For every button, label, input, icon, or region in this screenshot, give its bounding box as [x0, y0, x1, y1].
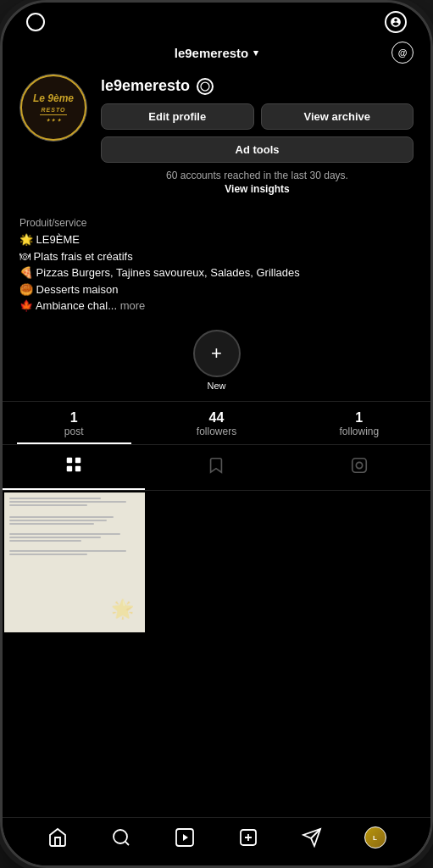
- reach-text: 60 accounts reached in the last 30 days.: [101, 170, 414, 181]
- svg-rect-3: [67, 465, 72, 470]
- bio-line-3: 🍕 Pizzas Burgers, Tajines savoureux, Sal…: [19, 264, 414, 281]
- edit-profile-button[interactable]: Edit profile: [101, 103, 254, 130]
- view-archive-button[interactable]: View archive: [261, 103, 414, 130]
- nav-new-post[interactable]: [216, 826, 280, 849]
- search-icon: [110, 826, 132, 849]
- followers-count: 44: [209, 410, 225, 426]
- profile-avatar-nav: L: [364, 826, 386, 849]
- header-username-text: le9emeresto: [175, 46, 249, 60]
- new-highlight[interactable]: + New: [19, 330, 414, 391]
- plus-icon: +: [211, 344, 222, 363]
- verified-icon: [197, 78, 214, 95]
- svg-point-6: [356, 462, 362, 468]
- username-row: le9emeresto: [101, 77, 414, 95]
- nav-home[interactable]: [26, 826, 90, 849]
- svg-rect-1: [67, 457, 72, 462]
- chevron-down-icon: ▾: [253, 47, 258, 58]
- nav-search[interactable]: [90, 826, 153, 849]
- home-icon: [47, 826, 69, 849]
- svg-rect-5: [353, 458, 367, 472]
- highlights-section: + New: [3, 323, 430, 401]
- nav-reels[interactable]: [153, 826, 217, 849]
- svg-point-7: [114, 830, 127, 843]
- new-highlight-circle: +: [193, 330, 241, 377]
- grid-item[interactable]: 🌟: [4, 492, 145, 633]
- profile-username: le9emeresto: [101, 77, 190, 95]
- svg-point-0: [201, 82, 209, 91]
- svg-line-8: [125, 842, 129, 845]
- new-post-icon: [237, 826, 259, 849]
- tab-tagged[interactable]: [288, 445, 430, 490]
- tab-bar: [3, 445, 430, 491]
- stat-posts[interactable]: 1 post: [3, 402, 145, 444]
- grid-tab-icon: [64, 455, 83, 478]
- followers-label: followers: [197, 426, 236, 437]
- nav-direct[interactable]: [280, 826, 343, 849]
- view-insights-link[interactable]: View insights: [101, 183, 414, 195]
- more-link[interactable]: more: [120, 299, 146, 312]
- stat-following[interactable]: 1 following: [288, 402, 430, 444]
- reels-icon: [174, 826, 196, 849]
- following-count: 1: [355, 410, 363, 426]
- avatar: Le 9ème RESTO ✦ ✦ ✦: [19, 74, 87, 142]
- bio-category: Produit/service: [19, 217, 414, 229]
- username-area: le9emeresto Edit profile View archive Ad…: [101, 74, 414, 195]
- bio-line-4: 🥮 Desserts maison: [19, 281, 414, 298]
- bottom-nav: L: [3, 817, 430, 865]
- tagged-tab-icon: [350, 456, 369, 479]
- threads-button[interactable]: @: [391, 42, 414, 64]
- nav-profile[interactable]: L: [343, 826, 407, 849]
- svg-rect-4: [75, 465, 80, 470]
- status-circle-icon: [26, 13, 45, 31]
- header-row: le9emeresto ▾ @: [3, 36, 430, 67]
- tab-grid[interactable]: [3, 445, 145, 490]
- ad-tools-button[interactable]: Ad tools: [101, 136, 414, 163]
- grid-container: 🌟: [4, 492, 429, 633]
- threads-icon[interactable]: [385, 11, 407, 33]
- status-bar: [3, 3, 430, 36]
- new-highlight-label: New: [207, 381, 225, 391]
- phone-shell: le9emeresto ▾ @ Le 9ème RESTO ✦ ✦ ✦: [0, 0, 433, 868]
- following-label: following: [339, 426, 379, 437]
- stats-row: 1 post 44 followers 1 following: [3, 401, 430, 445]
- header-username-area[interactable]: le9emeresto ▾: [175, 46, 259, 60]
- profile-top: Le 9ème RESTO ✦ ✦ ✦ le9emeresto: [19, 74, 414, 195]
- svg-marker-10: [183, 834, 188, 841]
- saved-tab-icon: [207, 456, 225, 479]
- svg-rect-2: [75, 457, 80, 462]
- tab-saved[interactable]: [145, 445, 287, 490]
- stat-followers[interactable]: 44 followers: [145, 402, 287, 444]
- profile-section: Le 9ème RESTO ✦ ✦ ✦ le9emeresto: [3, 67, 430, 214]
- screen: le9emeresto ▾ @ Le 9ème RESTO ✦ ✦ ✦: [3, 3, 430, 865]
- bio-line-2: 🍽 Plats frais et créatifs: [19, 248, 414, 265]
- posts-label: post: [64, 426, 84, 437]
- direct-icon: [301, 826, 323, 849]
- action-buttons: Edit profile View archive: [101, 103, 414, 130]
- posts-count: 1: [70, 410, 78, 426]
- bio-section: Produit/service 🌟 LE9ÈME 🍽 Plats frais e…: [3, 214, 430, 323]
- bio-line-5: 🍁 Ambiance chal... more: [19, 298, 414, 314]
- grid-section: 🌟: [3, 491, 430, 818]
- bio-line-1: 🌟 LE9ÈME: [19, 231, 414, 248]
